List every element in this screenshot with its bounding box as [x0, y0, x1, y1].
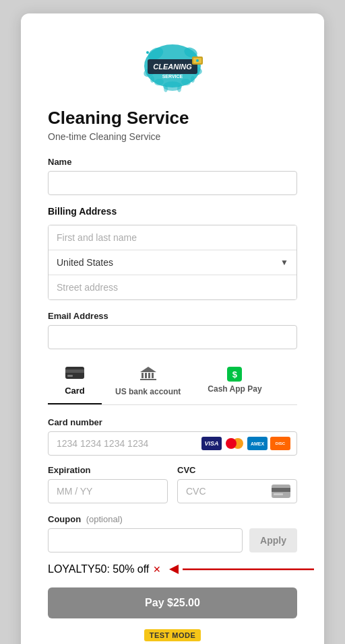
card-number-group: Card number VISA AMEX DISC: [48, 417, 297, 456]
tab-cashapp[interactable]: $ Cash App Pay: [194, 360, 275, 404]
svg-rect-30: [274, 493, 283, 495]
address-row: [49, 275, 296, 299]
card-icon: [65, 367, 84, 381]
expiry-cvc-row: Expiration CVC: [48, 465, 297, 503]
svg-point-11: [191, 76, 195, 83]
email-input[interactable]: [48, 325, 297, 349]
cvc-field: CVC: [177, 465, 297, 503]
cashapp-icon: $: [227, 367, 242, 382]
billing-fields: United States Canada United Kingdom Aust…: [48, 225, 297, 300]
svg-marker-32: [169, 565, 179, 574]
mastercard-logo: [224, 437, 245, 450]
country-select-wrapper: United States Canada United Kingdom Aust…: [49, 250, 296, 275]
card-number-input-wrapper: VISA AMEX DISC: [48, 431, 297, 456]
svg-point-8: [150, 76, 154, 83]
tab-bank-label: US bank account: [115, 387, 181, 396]
service-title: Cleaning Service: [48, 108, 297, 129]
country-row: United States Canada United Kingdom Aust…: [49, 250, 296, 275]
payment-tabs: Card US bank account $ Cash App Pay: [48, 360, 297, 405]
svg-point-17: [146, 51, 149, 54]
amex-logo: AMEX: [247, 437, 268, 450]
fullname-row: [49, 225, 296, 250]
loyalty-remove-button[interactable]: ✕: [153, 564, 161, 575]
svg-point-9: [164, 85, 168, 92]
apply-button[interactable]: Apply: [249, 528, 297, 552]
logo-container: CLEANING SERVICE: [48, 34, 297, 94]
svg-rect-23: [142, 373, 144, 378]
pay-button[interactable]: Pay $25.00: [48, 587, 297, 618]
email-field-group: Email Address: [48, 311, 297, 349]
test-mode-badge: TEST MODE: [48, 629, 297, 641]
coupon-group: Coupon (optional) Apply: [48, 514, 297, 552]
svg-rect-21: [67, 375, 73, 377]
svg-point-10: [177, 85, 181, 92]
coupon-input[interactable]: [48, 528, 243, 552]
expiry-label: Expiration: [48, 465, 168, 475]
tab-bank[interactable]: US bank account: [102, 360, 194, 404]
loyalty-text: LOYALTY50: 50% off: [48, 563, 149, 575]
brand-logo: CLEANING SERVICE: [135, 34, 210, 94]
cvc-card-icon: [272, 485, 290, 498]
svg-rect-25: [148, 373, 150, 378]
card-logos: VISA AMEX DISC: [201, 437, 290, 450]
tab-card-label: Card: [65, 386, 85, 396]
service-subtitle: One-time Cleaning Service: [48, 131, 297, 142]
billing-label: Billing Address: [48, 206, 297, 217]
discover-logo: DISC: [270, 437, 290, 450]
tab-card[interactable]: Card: [48, 360, 102, 404]
test-mode-label: TEST MODE: [144, 629, 201, 641]
svg-rect-29: [272, 488, 290, 492]
email-label: Email Address: [48, 311, 297, 321]
svg-text:CLEANING: CLEANING: [153, 63, 192, 71]
svg-rect-20: [65, 369, 84, 373]
tab-cashapp-label: Cash App Pay: [208, 384, 261, 394]
fullname-input[interactable]: [49, 225, 296, 250]
name-label: Name: [48, 157, 297, 167]
svg-rect-26: [152, 373, 154, 378]
billing-section: Billing Address United States Canada Uni…: [48, 206, 297, 300]
address-input[interactable]: [49, 275, 296, 299]
loyalty-container: LOYALTY50: 50% off ✕: [48, 563, 297, 575]
svg-text:SERVICE: SERVICE: [162, 74, 183, 79]
expiry-field: Expiration: [48, 465, 168, 503]
card-number-label: Card number: [48, 417, 297, 427]
country-select[interactable]: United States Canada United Kingdom Aust…: [49, 250, 296, 275]
payment-card: CLEANING SERVICE Cleaning Service One-ti…: [21, 13, 324, 644]
name-field-group: Name: [48, 157, 297, 195]
svg-point-18: [196, 59, 199, 62]
cvc-label: CVC: [177, 465, 297, 475]
highlight-arrow: [169, 559, 317, 579]
cvc-input-wrapper: [177, 479, 297, 503]
loyalty-info: LOYALTY50: 50% off ✕: [48, 563, 161, 575]
coupon-label: Coupon (optional): [48, 514, 297, 524]
name-input[interactable]: [48, 171, 297, 195]
svg-marker-22: [140, 367, 156, 372]
expiry-input[interactable]: [48, 479, 168, 503]
coupon-row: Apply: [48, 528, 297, 552]
visa-logo: VISA: [201, 437, 222, 450]
svg-rect-24: [145, 373, 147, 378]
svg-rect-27: [140, 379, 156, 380]
bank-icon: [140, 367, 156, 382]
